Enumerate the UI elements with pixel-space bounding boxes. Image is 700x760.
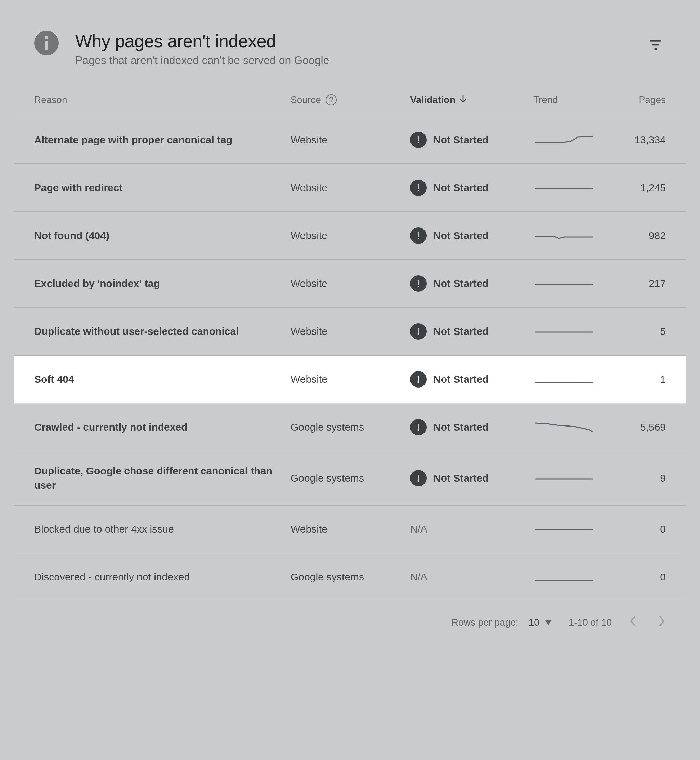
validation-cell: ! Not Started <box>410 419 489 436</box>
reasons-table: Reason Source ? Validation Trend Pages A… <box>14 80 686 601</box>
reason-text: Alternate page with proper canonical tag <box>34 134 246 145</box>
svg-rect-4 <box>655 48 657 50</box>
page-nav <box>629 615 666 630</box>
validation-cell: ! Not Started <box>410 323 489 340</box>
validation-cell: ! Not Started <box>410 132 489 148</box>
column-header-source[interactable]: Source <box>291 94 321 105</box>
pages-count: 0 <box>660 571 666 583</box>
reason-text: Crawled - currently not indexed <box>34 422 201 432</box>
trend-sparkline <box>533 471 595 485</box>
source-text: Website <box>291 182 327 194</box>
validation-cell: ! Not Started <box>410 470 489 486</box>
column-header-validation[interactable]: Validation <box>410 94 455 105</box>
source-text: Google systems <box>291 422 364 433</box>
table-row[interactable]: Excluded by 'noindex' tag Website ! Not … <box>14 260 686 308</box>
column-header-reason[interactable]: Reason <box>34 94 67 105</box>
pages-count: 13,334 <box>634 134 666 145</box>
validation-text: Not Started <box>433 326 489 337</box>
source-text: Website <box>291 278 327 289</box>
filter-button[interactable] <box>649 38 662 54</box>
pages-count: 5,569 <box>640 422 666 432</box>
validation-text: Not Started <box>433 230 489 241</box>
validation-text: Not Started <box>433 134 489 146</box>
table-row[interactable]: Not found (404) Website ! Not Started 98… <box>14 212 686 260</box>
pages-count: 9 <box>660 472 666 484</box>
warning-icon: ! <box>410 180 427 196</box>
warning-icon: ! <box>410 275 427 292</box>
reason-text: Not found (404) <box>34 230 123 241</box>
validation-text: N/A <box>410 571 427 583</box>
page-subtitle: Pages that aren't indexed can't be serve… <box>75 54 649 67</box>
trend-sparkline <box>533 229 595 243</box>
previous-page-button[interactable] <box>629 615 637 630</box>
table-row[interactable]: Duplicate, Google chose different canoni… <box>14 451 686 506</box>
pages-count: 0 <box>660 523 666 534</box>
source-text: Website <box>291 326 327 337</box>
pages-count: 5 <box>660 326 666 337</box>
validation-text: Not Started <box>433 472 489 484</box>
table-row[interactable]: Page with redirect Website ! Not Started… <box>14 164 686 212</box>
pages-count: 217 <box>649 278 666 289</box>
table-row[interactable]: Discovered - currently not indexed Googl… <box>14 553 686 601</box>
validation-text: Not Started <box>433 422 489 433</box>
validation-cell: ! Not Started <box>410 180 489 196</box>
card-header: Why pages aren't indexed Pages that aren… <box>14 14 686 80</box>
sort-descending-icon[interactable] <box>459 94 467 105</box>
source-text: Google systems <box>291 472 364 484</box>
table-row[interactable]: Blocked due to other 4xx issue Website N… <box>14 506 686 553</box>
reason-text: Page with redirect <box>34 182 136 193</box>
source-text: Website <box>291 230 327 241</box>
validation-text: Not Started <box>433 278 489 289</box>
pages-count: 982 <box>649 230 666 241</box>
column-header-trend: Trend <box>533 94 558 105</box>
reason-text: Duplicate without user-selected canonica… <box>34 326 252 337</box>
trend-sparkline <box>533 324 595 338</box>
trend-sparkline <box>533 522 595 536</box>
trend-sparkline <box>533 133 595 147</box>
source-text: Google systems <box>291 571 364 583</box>
validation-text: Not Started <box>433 182 489 194</box>
validation-cell: ! Not Started <box>410 275 489 292</box>
reason-text: Excluded by 'noindex' tag <box>34 278 173 289</box>
table-row[interactable]: Alternate page with proper canonical tag… <box>14 116 686 164</box>
trend-sparkline <box>533 570 595 584</box>
rows-per-page: Rows per page: 10 <box>452 617 552 628</box>
table-header-row: Reason Source ? Validation Trend Pages <box>14 80 686 116</box>
warning-icon: ! <box>410 323 427 340</box>
validation-cell: ! Not Started <box>410 227 489 244</box>
rows-per-page-select[interactable]: 10 <box>529 617 552 628</box>
validation-cell: N/A <box>410 571 427 583</box>
column-header-pages[interactable]: Pages <box>639 94 666 105</box>
validation-text: Not Started <box>433 373 489 385</box>
table-row[interactable]: Soft 404 Website ! Not Started 1 <box>14 356 686 404</box>
info-icon <box>34 31 59 55</box>
pages-count: 1,245 <box>640 182 666 193</box>
header-text: Why pages aren't indexed Pages that aren… <box>75 31 649 67</box>
pagination-bar: Rows per page: 10 1-10 of 10 <box>14 601 686 643</box>
source-text: Website <box>291 134 327 146</box>
svg-rect-3 <box>652 44 659 45</box>
svg-rect-0 <box>45 36 48 39</box>
validation-cell: ! Not Started <box>410 371 489 387</box>
validation-text: N/A <box>410 523 427 535</box>
dropdown-icon <box>545 620 552 625</box>
trend-sparkline <box>533 181 595 194</box>
source-text: Website <box>291 523 327 535</box>
table-row[interactable]: Crawled - currently not indexed Google s… <box>14 404 686 451</box>
svg-rect-1 <box>45 41 48 50</box>
svg-rect-2 <box>650 40 661 42</box>
table-row[interactable]: Duplicate without user-selected canonica… <box>14 308 686 356</box>
warning-icon: ! <box>410 371 427 387</box>
next-page-button[interactable] <box>658 615 666 630</box>
warning-icon: ! <box>410 419 427 436</box>
reason-text: Duplicate, Google chose different canoni… <box>34 465 272 491</box>
reason-text: Blocked due to other 4xx issue <box>34 523 188 534</box>
trend-sparkline <box>533 277 595 290</box>
reason-text: Soft 404 <box>34 373 88 385</box>
warning-icon: ! <box>410 470 427 486</box>
rows-per-page-value: 10 <box>529 617 539 628</box>
validation-cell: N/A <box>410 523 427 535</box>
reason-text: Discovered - currently not indexed <box>34 571 203 583</box>
page-info: 1-10 of 10 <box>569 617 612 628</box>
help-icon[interactable]: ? <box>326 94 337 105</box>
